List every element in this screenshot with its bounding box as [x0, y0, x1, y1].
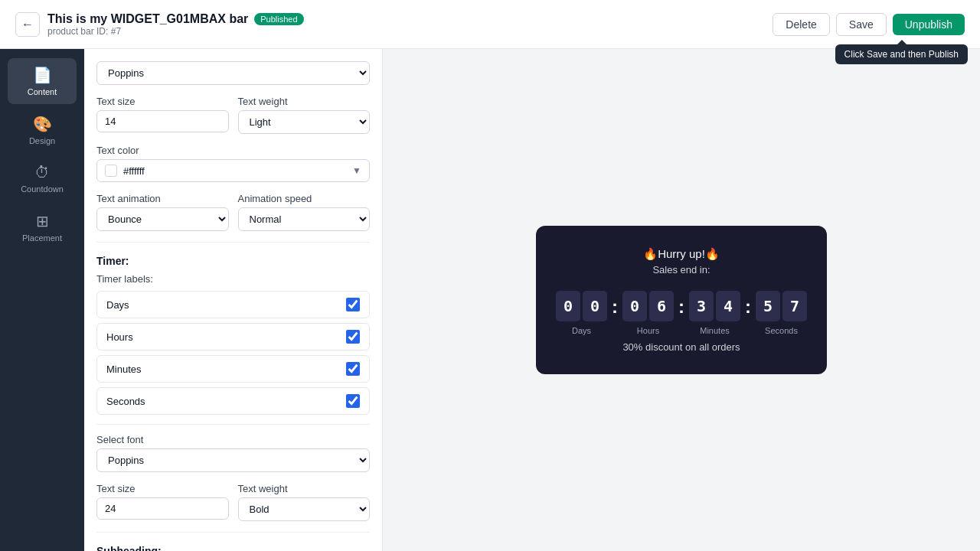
divider-3: [96, 532, 370, 533]
timer-labels-title: Timer labels:: [96, 273, 370, 285]
days-digits: 0 0: [556, 291, 607, 321]
text-animation-select[interactable]: Bounce Slide Fade None: [96, 207, 229, 231]
text-weight-label-2: Text weight: [238, 483, 371, 494]
seconds-digit-1: 5: [756, 291, 780, 321]
sidebar-item-content[interactable]: 📄 Content: [8, 58, 77, 104]
settings-panel: Poppins Text size Text weight Light Norm…: [84, 49, 383, 551]
days-label: Days: [572, 326, 591, 335]
sidebar-label-content: Content: [28, 87, 57, 96]
timer-seconds-row: Seconds: [96, 387, 370, 415]
countdown-icon: ⏱: [34, 164, 50, 181]
colon-1: :: [612, 296, 618, 318]
font-select-top[interactable]: Poppins: [96, 61, 370, 85]
text-weight-select-2[interactable]: Light Normal Bold: [238, 497, 371, 521]
sidebar-nav: 📄 Content 🎨 Design ⏱ Countdown ⊞ Placeme…: [0, 49, 84, 551]
font-group-top: Poppins: [96, 61, 370, 85]
seconds-digits: 5 7: [756, 291, 807, 321]
placement-icon: ⊞: [36, 212, 49, 230]
header: ← This is my WIDGET_G01MBAX bar Publishe…: [0, 0, 980, 49]
hours-digit-1: 0: [622, 291, 647, 321]
sidebar-label-design: Design: [29, 136, 55, 145]
text-weight-select[interactable]: Light Normal Bold: [238, 110, 371, 134]
published-badge: Published: [254, 13, 303, 25]
header-sub: product bar ID: #7: [47, 26, 304, 37]
header-title: This is my WIDGET_G01MBAX bar Published: [47, 12, 304, 26]
hours-digit-2: 6: [649, 291, 674, 321]
time-unit-seconds: 5 7 Seconds: [756, 291, 807, 335]
hours-label: Hours: [637, 326, 659, 335]
text-size-label-2: Text size: [96, 483, 229, 494]
minutes-digit-2: 4: [716, 291, 740, 321]
animation-speed-select[interactable]: Slow Normal Fast: [238, 207, 371, 231]
font-select[interactable]: Poppins: [96, 448, 370, 472]
animation-speed-group: Animation speed Slow Normal Fast: [238, 193, 371, 231]
colon-2: :: [678, 296, 684, 318]
timer-hours-checkbox[interactable]: [346, 330, 360, 344]
time-unit-hours: 0 6 Hours: [622, 291, 674, 335]
main-layout: 📄 Content 🎨 Design ⏱ Countdown ⊞ Placeme…: [0, 49, 980, 551]
sidebar-item-design[interactable]: 🎨 Design: [8, 107, 77, 153]
color-input-wrap[interactable]: #ffffff ▼: [96, 159, 370, 182]
select-font-label: Select font: [96, 434, 370, 445]
header-left: ← This is my WIDGET_G01MBAX bar Publishe…: [15, 12, 763, 37]
color-arrow-icon: ▼: [352, 165, 361, 176]
timer-minutes-label: Minutes: [106, 364, 142, 375]
minutes-label: Minutes: [700, 326, 730, 335]
colon-3: :: [745, 296, 751, 318]
timer-section-title: Timer:: [96, 255, 370, 267]
text-size-input[interactable]: [96, 110, 229, 132]
delete-button[interactable]: Delete: [773, 13, 829, 36]
timer-seconds-label: Seconds: [106, 396, 145, 407]
select-font-group: Select font Poppins: [96, 434, 370, 472]
minutes-digits: 3 4: [689, 291, 740, 321]
header-actions: Delete Save Unpublish: [773, 13, 965, 36]
widget-heading: 🔥Hurry up!🔥: [567, 247, 796, 261]
days-digit-1: 0: [556, 291, 580, 321]
save-button[interactable]: Save: [836, 13, 887, 36]
timer-days-row: Days: [96, 291, 370, 318]
preview-area: 🔥Hurry up!🔥 Sales end in: 0 0 Days : 0: [383, 49, 980, 551]
back-button[interactable]: ←: [15, 12, 40, 37]
divider-2: [96, 424, 370, 425]
sidebar-item-countdown[interactable]: ⏱ Countdown: [8, 156, 77, 201]
divider-1: [96, 242, 370, 243]
content-icon: 📄: [33, 66, 52, 84]
timer-row: 0 0 Days : 0 6 Hours :: [567, 291, 796, 335]
text-weight-group-2: Text weight Light Normal Bold: [238, 483, 371, 521]
widget-footer: 30% discount on all orders: [567, 341, 796, 353]
timer-days-label: Days: [106, 299, 129, 311]
timer-minutes-row: Minutes: [96, 355, 370, 383]
widget-card: 🔥Hurry up!🔥 Sales end in: 0 0 Days : 0: [536, 226, 827, 374]
text-size-group-2: Text size: [96, 483, 229, 521]
sidebar-item-placement[interactable]: ⊞ Placement: [8, 204, 77, 250]
time-unit-days: 0 0 Days: [556, 291, 607, 335]
text-weight-group: Text weight Light Normal Bold: [238, 96, 371, 134]
header-title-text: This is my WIDGET_G01MBAX bar: [47, 12, 248, 26]
animation-speed-label: Animation speed: [238, 193, 371, 204]
text-size-group: Text size: [96, 96, 229, 134]
text-color-group: Text color #ffffff ▼: [96, 145, 370, 182]
text-weight-label: Text weight: [238, 96, 371, 107]
seconds-digit-2: 7: [782, 291, 807, 321]
color-text: #ffffff: [123, 165, 346, 177]
text-color-label: Text color: [96, 145, 370, 156]
text-size-input-2[interactable]: [96, 497, 229, 520]
timer-hours-row: Hours: [96, 323, 370, 350]
timer-days-checkbox[interactable]: [346, 298, 360, 311]
timer-seconds-checkbox[interactable]: [346, 394, 360, 408]
hours-digits: 0 6: [622, 291, 674, 321]
animation-row: Text animation Bounce Slide Fade None An…: [96, 193, 370, 231]
timer-minutes-checkbox[interactable]: [346, 362, 360, 376]
widget-sub: Sales end in:: [567, 264, 796, 276]
timer-hours-label: Hours: [106, 331, 133, 343]
subheading-label: Subheading:: [96, 545, 370, 551]
color-swatch: [105, 165, 117, 177]
header-title-group: This is my WIDGET_G01MBAX bar Published …: [47, 12, 304, 37]
minutes-digit-1: 3: [689, 291, 714, 321]
unpublish-button[interactable]: Unpublish: [893, 14, 965, 35]
tooltip-bubble: Click Save and then Publish: [835, 44, 968, 64]
text-animation-group: Text animation Bounce Slide Fade None: [96, 193, 229, 231]
text-size-weight-row-2: Text size Text weight Light Normal Bold: [96, 483, 370, 521]
text-size-weight-row: Text size Text weight Light Normal Bold: [96, 96, 370, 134]
text-size-label: Text size: [96, 96, 229, 107]
